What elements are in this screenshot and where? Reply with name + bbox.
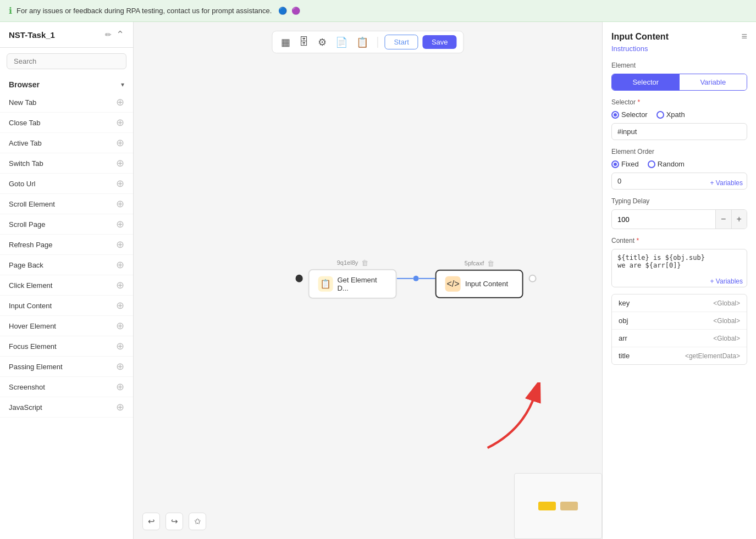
sidebar-item-input-content[interactable]: Input Content ⊕ bbox=[0, 296, 133, 316]
content-textarea-wrapper: ${title} is ${obj.sub} we are ${arr[0]} … bbox=[611, 249, 747, 290]
right-panel: Input Content ≡ Instructions Element Sel… bbox=[602, 22, 756, 539]
minimap-rect2 bbox=[560, 502, 578, 510]
flow-container: 9q1el8y 🗑 📋 Get Element D... 5pfcaxf 🗑 bbox=[296, 258, 537, 298]
add-icon[interactable]: ⊕ bbox=[116, 199, 124, 209]
variables-dropdown: key <Global> obj <Global> arr <Global> t… bbox=[611, 294, 747, 365]
add-icon[interactable]: ⊕ bbox=[116, 219, 124, 229]
add-icon[interactable]: ⊕ bbox=[116, 97, 124, 107]
copy-icon[interactable]: 📋 bbox=[354, 35, 371, 49]
var-row-arr[interactable]: arr <Global> bbox=[612, 330, 747, 347]
selector-radio-group: Selector Xpath bbox=[611, 110, 747, 119]
sidebar-item-refresh-page[interactable]: Refresh Page ⊕ bbox=[0, 235, 133, 255]
add-icon[interactable]: ⊕ bbox=[116, 382, 124, 392]
add-icon[interactable]: ⊕ bbox=[116, 402, 124, 412]
file-icon[interactable]: 📄 bbox=[333, 35, 350, 49]
start-button[interactable]: Start bbox=[384, 35, 418, 49]
flow-end-dot bbox=[529, 275, 537, 282]
node1-box[interactable]: 📋 Get Element D... bbox=[308, 269, 397, 298]
content-label: Content * bbox=[611, 237, 747, 245]
sidebar: NST-Task_1 ✏ ⌃ Browser ▾ New Tab ⊕ Close… bbox=[0, 22, 134, 539]
add-icon[interactable]: ⊕ bbox=[116, 158, 124, 168]
search-input[interactable] bbox=[7, 53, 126, 69]
red-arrow bbox=[476, 382, 547, 454]
collapse-icon[interactable]: ⌃ bbox=[116, 29, 124, 41]
grid-icon[interactable]: ▦ bbox=[279, 35, 293, 49]
sidebar-item-click-element[interactable]: Click Element ⊕ bbox=[0, 275, 133, 296]
sidebar-item-screenshot[interactable]: Screenshot ⊕ bbox=[0, 377, 133, 397]
discord-icon[interactable]: 🟣 bbox=[291, 7, 300, 15]
sidebar-item-scroll-element[interactable]: Scroll Element ⊕ bbox=[0, 194, 133, 214]
node1-label: Get Element D... bbox=[337, 275, 387, 292]
node2-box[interactable]: </> Input Content bbox=[435, 269, 523, 298]
node1-icon: 📋 bbox=[318, 276, 333, 291]
radio-selector[interactable]: Selector bbox=[611, 110, 648, 119]
add-icon[interactable]: ⊕ bbox=[116, 138, 124, 148]
sidebar-item-switch-tab[interactable]: Switch Tab ⊕ bbox=[0, 153, 133, 174]
sidebar-item-page-back[interactable]: Page Back ⊕ bbox=[0, 255, 133, 275]
radio-random[interactable]: Random bbox=[648, 160, 685, 168]
panel-title: Input Content bbox=[611, 32, 669, 42]
sidebar-item-goto-url[interactable]: Goto Url ⊕ bbox=[0, 174, 133, 194]
add-icon[interactable]: ⊕ bbox=[116, 301, 124, 310]
add-icon[interactable]: ⊕ bbox=[116, 362, 124, 371]
browser-section-header[interactable]: Browser ▾ bbox=[0, 75, 133, 92]
settings-icon[interactable]: ⚙ bbox=[316, 35, 329, 49]
node2-id: 5pfcaxf bbox=[465, 260, 484, 266]
order-radio-group: Fixed Random bbox=[611, 160, 747, 168]
save-button[interactable]: Save bbox=[423, 35, 457, 49]
node2-id-bar: 5pfcaxf 🗑 bbox=[465, 259, 494, 267]
star-button[interactable]: ✩ bbox=[189, 513, 206, 530]
content-variables-link[interactable]: + Variables bbox=[710, 277, 743, 285]
add-icon[interactable]: ⊕ bbox=[116, 321, 124, 331]
add-icon[interactable]: ⊕ bbox=[116, 118, 124, 127]
sidebar-item-focus-element[interactable]: Focus Element ⊕ bbox=[0, 336, 133, 357]
node1-delete-icon[interactable]: 🗑 bbox=[361, 258, 368, 266]
banner-text: For any issues or feedback during RPA te… bbox=[16, 7, 272, 15]
add-icon[interactable]: ⊕ bbox=[116, 240, 124, 249]
selector-toggle[interactable]: Selector bbox=[612, 74, 680, 90]
sidebar-item-new-tab[interactable]: New Tab ⊕ bbox=[0, 92, 133, 113]
add-icon[interactable]: ⊕ bbox=[116, 260, 124, 270]
add-icon[interactable]: ⊕ bbox=[116, 341, 124, 351]
sidebar-item-close-tab[interactable]: Close Tab ⊕ bbox=[0, 113, 133, 133]
radio-fixed[interactable]: Fixed bbox=[611, 160, 639, 168]
bottom-toolbar: ↩ ↪ ✩ bbox=[142, 513, 206, 530]
order-variables-link[interactable]: + Variables bbox=[710, 179, 743, 184]
var-row-title[interactable]: title <getElementData> bbox=[612, 347, 747, 364]
radio-dot-fixed bbox=[611, 160, 619, 168]
node2-label: Input Content bbox=[465, 280, 508, 288]
minimap-rect1 bbox=[538, 502, 556, 510]
database-icon[interactable]: 🗄 bbox=[297, 35, 311, 49]
telegram-icon[interactable]: 🔵 bbox=[278, 7, 287, 15]
typing-delay-row: − + bbox=[611, 209, 747, 229]
sidebar-title: NST-Task_1 bbox=[9, 30, 55, 40]
typing-delay-input[interactable] bbox=[612, 212, 715, 227]
sidebar-item-hover-element[interactable]: Hover Element ⊕ bbox=[0, 316, 133, 336]
node2-icon: </> bbox=[445, 276, 461, 291]
selector-input[interactable] bbox=[611, 123, 747, 140]
var-row-obj[interactable]: obj <Global> bbox=[612, 312, 747, 330]
sidebar-item-passing-element[interactable]: Passing Element ⊕ bbox=[0, 357, 133, 377]
variable-toggle[interactable]: Variable bbox=[680, 74, 747, 90]
sidebar-item-javascript[interactable]: JavaScript ⊕ bbox=[0, 397, 133, 418]
instructions-link[interactable]: Instructions bbox=[611, 45, 747, 53]
redo-button[interactable]: ↪ bbox=[165, 513, 183, 530]
edit-icon[interactable]: ✏ bbox=[105, 30, 112, 39]
element-label: Element bbox=[611, 62, 747, 69]
info-icon: ℹ bbox=[9, 5, 12, 16]
node2-delete-icon[interactable]: 🗑 bbox=[487, 259, 494, 267]
panel-menu-icon[interactable]: ≡ bbox=[741, 31, 747, 42]
undo-button[interactable]: ↩ bbox=[142, 513, 160, 530]
var-row-key[interactable]: key <Global> bbox=[612, 294, 747, 312]
node2-wrapper: 5pfcaxf 🗑 </> Input Content bbox=[435, 259, 523, 298]
node1-id-bar: 9q1el8y 🗑 bbox=[337, 258, 369, 266]
sidebar-item-scroll-page[interactable]: Scroll Page ⊕ bbox=[0, 214, 133, 235]
decrement-button[interactable]: − bbox=[715, 210, 731, 229]
radio-xpath[interactable]: Xpath bbox=[656, 110, 685, 119]
add-icon[interactable]: ⊕ bbox=[116, 280, 124, 290]
add-icon[interactable]: ⊕ bbox=[116, 179, 124, 188]
increment-button[interactable]: + bbox=[731, 210, 747, 229]
required-mark: * bbox=[637, 98, 640, 106]
banner: ℹ For any issues or feedback during RPA … bbox=[0, 0, 756, 22]
sidebar-item-active-tab[interactable]: Active Tab ⊕ bbox=[0, 133, 133, 153]
